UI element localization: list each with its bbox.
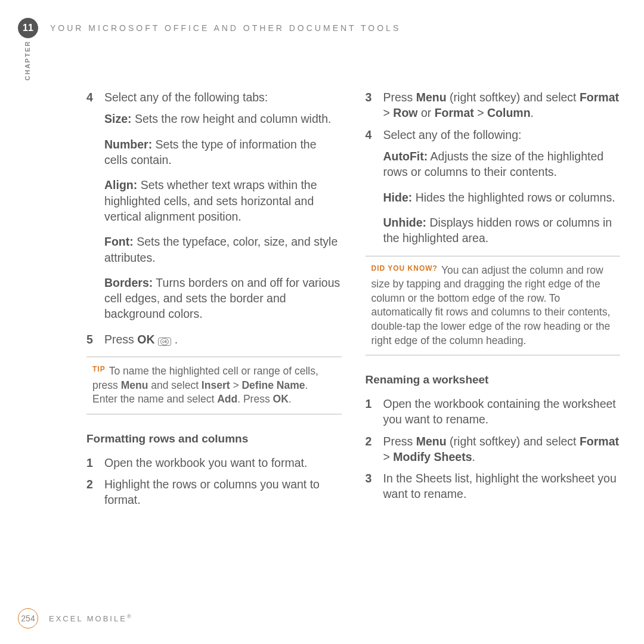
left-column: 4 Select any of the following tabs: Size… <box>86 89 342 590</box>
footer-title: EXCEL MOBILE® <box>49 614 133 623</box>
menu-label: Menu <box>416 435 447 448</box>
menu-item: Insert <box>202 379 230 391</box>
section-heading: Renaming a worksheet <box>366 372 621 388</box>
step-number: 4 <box>366 127 376 143</box>
step-number: 1 <box>366 396 376 428</box>
text: . Press <box>237 393 273 405</box>
step-body: Press Menu (right softkey) and select Fo… <box>383 434 621 465</box>
menu-label: Menu <box>121 379 148 391</box>
menu-item: Format <box>580 435 619 448</box>
content: 4 Select any of the following tabs: Size… <box>86 89 620 590</box>
step-body: Press Menu (right softkey) and select Fo… <box>383 89 621 121</box>
option-align: Align: Sets whether text wraps within th… <box>104 177 342 224</box>
text: Press <box>383 435 416 448</box>
option-label: Unhide: <box>383 216 427 229</box>
option-text: Sets the typeface, color, size, and styl… <box>104 235 338 264</box>
menu-item: Row <box>393 106 417 119</box>
right-column: 3 Press Menu (right softkey) and select … <box>366 89 621 590</box>
tip-callout: TIPTo name the highlighted cell or range… <box>86 357 342 414</box>
dyk-tag: DID YOU KNOW? <box>371 264 438 273</box>
text: > <box>383 106 394 119</box>
text: You can adjust the column and row size b… <box>371 264 611 346</box>
option-borders: Borders: Turns borders on and off for va… <box>104 275 342 322</box>
step-number: 5 <box>86 332 97 347</box>
menu-item: Modify Sheets <box>393 450 472 463</box>
option-number: Number: Sets the type of information the… <box>104 137 342 168</box>
step-4: 4 Select any of the following tabs: <box>86 89 342 105</box>
ok-label: OK <box>137 333 154 346</box>
text: (right softkey) and select <box>447 435 580 448</box>
menu-item: Format <box>580 91 619 104</box>
option-label: Font: <box>104 235 134 248</box>
menu-item: Add <box>217 393 237 405</box>
option-label: AutoFit: <box>383 150 428 163</box>
step-number: 3 <box>366 89 376 121</box>
menu-item: Format <box>435 106 474 119</box>
sec1-step-2: 2 Highlight the rows or columns you want… <box>86 476 342 508</box>
text: or <box>417 106 434 119</box>
step-4-right: 4 Select any of the following: <box>366 127 621 143</box>
step-number: 3 <box>366 470 376 502</box>
chapter-label: CHAPTER <box>24 41 31 80</box>
option-text: Hides the highlighted rows or columns. <box>412 191 615 204</box>
text: . <box>531 106 534 119</box>
step-body: Highlight the rows or columns you want t… <box>104 476 342 508</box>
option-font: Font: Sets the typeface, color, size, an… <box>104 234 342 265</box>
text: and select <box>148 379 202 391</box>
option-unhide: Unhide: Displays hidden rows or columns … <box>383 215 621 246</box>
text: > <box>474 106 487 119</box>
header-title: YOUR MICROSOFT OFFICE AND OTHER DOCUMENT… <box>50 23 401 33</box>
text: > <box>383 450 394 463</box>
text: . <box>171 333 178 346</box>
option-label: Hide: <box>383 191 413 204</box>
text: > <box>230 379 242 391</box>
step-number: 2 <box>86 476 97 508</box>
option-label: Number: <box>104 138 152 151</box>
sec1-step-1: 1 Open the workbook you want to format. <box>86 455 342 470</box>
option-label: Borders: <box>104 276 153 289</box>
text: . <box>289 393 292 405</box>
sec2-step-1: 1 Open the workbook containing the works… <box>366 396 621 428</box>
step-number: 2 <box>366 434 376 465</box>
step-body: In the Sheets list, highlight the worksh… <box>383 470 621 502</box>
page-footer: 254 EXCEL MOBILE® <box>18 608 133 628</box>
step-number: 4 <box>86 89 97 105</box>
step-number: 1 <box>86 455 97 470</box>
menu-item: Define Name <box>242 379 305 391</box>
ok-glyph: ok <box>160 338 169 345</box>
option-size: Size: Sets the row height and column wid… <box>104 111 342 126</box>
did-you-know-callout: DID YOU KNOW?You can adjust the column a… <box>366 256 621 356</box>
step-body: Press OK ok . <box>104 332 342 347</box>
page-header: 11 YOUR MICROSOFT OFFICE AND OTHER DOCUM… <box>18 18 620 38</box>
step-body: Select any of the following: <box>383 127 621 143</box>
sec2-step-3: 3 In the Sheets list, highlight the work… <box>366 470 621 502</box>
text: Press <box>104 333 137 346</box>
step-body: Select any of the following tabs: <box>104 89 342 105</box>
tip-tag: TIP <box>92 365 106 373</box>
registered-mark: ® <box>127 614 133 620</box>
step-3: 3 Press Menu (right softkey) and select … <box>366 89 621 121</box>
sec2-step-2: 2 Press Menu (right softkey) and select … <box>366 434 621 465</box>
option-label: Size: <box>104 112 132 125</box>
menu-item: Column <box>487 106 531 119</box>
step-body: Open the workbook containing the workshe… <box>383 396 621 428</box>
text: . <box>472 450 475 463</box>
text: (right softkey) and select <box>447 91 580 104</box>
ok-key-icon: ok <box>158 338 171 346</box>
step-5: 5 Press OK ok . <box>86 332 342 347</box>
option-label: Align: <box>104 178 137 191</box>
text: EXCEL MOBILE <box>49 614 127 623</box>
ok-label: OK <box>273 393 289 405</box>
text: Press <box>383 91 416 104</box>
chapter-badge: 11 <box>18 18 38 38</box>
option-autofit: AutoFit: Adjusts the size of the highlig… <box>383 148 621 180</box>
menu-label: Menu <box>416 91 447 104</box>
page-number-badge: 254 <box>18 608 38 628</box>
section-heading: Formatting rows and columns <box>86 431 342 447</box>
step-body: Open the workbook you want to format. <box>104 455 342 470</box>
option-text: Sets the row height and column width. <box>132 112 332 125</box>
option-hide: Hide: Hides the highlighted rows or colu… <box>383 190 621 205</box>
